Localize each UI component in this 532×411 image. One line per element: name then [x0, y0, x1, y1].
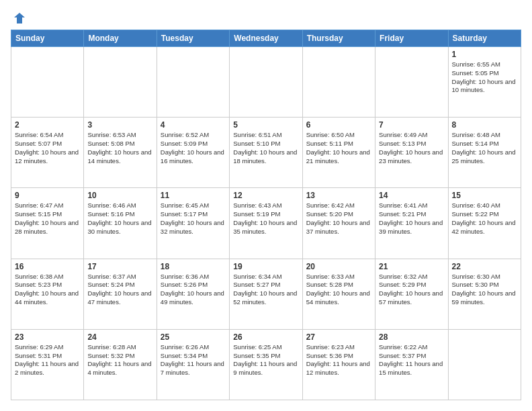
day-cell [230, 47, 302, 118]
col-header-monday: Monday [84, 30, 157, 47]
day-info: Sunrise: 6:47 AM Sunset: 5:15 PM Dayligh… [15, 201, 79, 234]
day-number: 21 [379, 262, 444, 271]
week-row-5: 23Sunrise: 6:29 AM Sunset: 5:31 PM Dayli… [11, 329, 521, 400]
day-cell: 2Sunrise: 6:54 AM Sunset: 5:07 PM Daylig… [11, 118, 84, 188]
page: SundayMondayTuesdayWednesdayThursdayFrid… [0, 0, 532, 411]
day-number: 22 [452, 262, 517, 271]
svg-marker-0 [14, 13, 25, 24]
day-info: Sunrise: 6:37 AM Sunset: 5:24 PM Dayligh… [87, 273, 151, 306]
day-cell: 13Sunrise: 6:42 AM Sunset: 5:20 PM Dayli… [302, 188, 375, 259]
col-header-wednesday: Wednesday [230, 30, 302, 47]
day-cell: 12Sunrise: 6:43 AM Sunset: 5:19 PM Dayli… [230, 188, 302, 259]
day-info: Sunrise: 6:34 AM Sunset: 5:27 PM Dayligh… [233, 273, 297, 306]
day-info: Sunrise: 6:33 AM Sunset: 5:28 PM Dayligh… [306, 273, 370, 306]
day-info: Sunrise: 6:25 AM Sunset: 5:35 PM Dayligh… [233, 343, 297, 376]
day-info: Sunrise: 6:48 AM Sunset: 5:14 PM Dayligh… [452, 131, 516, 164]
day-cell: 1Sunrise: 6:55 AM Sunset: 5:05 PM Daylig… [448, 47, 521, 118]
day-cell [448, 329, 521, 400]
day-info: Sunrise: 6:53 AM Sunset: 5:08 PM Dayligh… [87, 131, 151, 164]
day-info: Sunrise: 6:55 AM Sunset: 5:05 PM Dayligh… [452, 60, 516, 93]
day-cell: 4Sunrise: 6:52 AM Sunset: 5:09 PM Daylig… [157, 118, 229, 188]
day-cell: 11Sunrise: 6:45 AM Sunset: 5:17 PM Dayli… [157, 188, 229, 259]
day-number: 20 [306, 262, 371, 271]
day-number: 2 [15, 120, 80, 130]
day-cell: 6Sunrise: 6:50 AM Sunset: 5:11 PM Daylig… [302, 118, 375, 188]
day-info: Sunrise: 6:51 AM Sunset: 5:10 PM Dayligh… [233, 131, 297, 164]
week-row-2: 2Sunrise: 6:54 AM Sunset: 5:07 PM Daylig… [11, 118, 521, 188]
day-number: 6 [306, 120, 371, 130]
day-number: 24 [87, 332, 152, 342]
day-number: 18 [161, 262, 226, 271]
day-info: Sunrise: 6:26 AM Sunset: 5:34 PM Dayligh… [161, 343, 224, 376]
calendar-header-row: SundayMondayTuesdayWednesdayThursdayFrid… [11, 30, 521, 47]
day-cell: 26Sunrise: 6:25 AM Sunset: 5:35 PM Dayli… [230, 329, 302, 400]
day-cell: 28Sunrise: 6:22 AM Sunset: 5:37 PM Dayli… [375, 329, 448, 400]
day-info: Sunrise: 6:50 AM Sunset: 5:11 PM Dayligh… [306, 131, 370, 164]
col-header-thursday: Thursday [302, 30, 375, 47]
day-cell [157, 47, 229, 118]
logo-icon [12, 11, 27, 26]
day-cell: 18Sunrise: 6:36 AM Sunset: 5:26 PM Dayli… [157, 259, 229, 329]
day-cell: 16Sunrise: 6:38 AM Sunset: 5:23 PM Dayli… [11, 259, 84, 329]
day-cell: 19Sunrise: 6:34 AM Sunset: 5:27 PM Dayli… [230, 259, 302, 329]
day-info: Sunrise: 6:23 AM Sunset: 5:36 PM Dayligh… [306, 343, 370, 376]
day-number: 23 [15, 332, 80, 342]
day-number: 10 [87, 191, 152, 200]
day-info: Sunrise: 6:36 AM Sunset: 5:26 PM Dayligh… [161, 273, 224, 306]
day-cell: 5Sunrise: 6:51 AM Sunset: 5:10 PM Daylig… [230, 118, 302, 188]
day-cell [84, 47, 157, 118]
day-cell [302, 47, 375, 118]
day-cell [11, 47, 84, 118]
day-number: 7 [379, 120, 444, 130]
day-cell: 15Sunrise: 6:40 AM Sunset: 5:22 PM Dayli… [448, 188, 521, 259]
day-info: Sunrise: 6:45 AM Sunset: 5:17 PM Dayligh… [161, 201, 224, 234]
day-number: 3 [87, 120, 152, 130]
day-number: 14 [379, 191, 444, 200]
day-info: Sunrise: 6:30 AM Sunset: 5:30 PM Dayligh… [452, 273, 516, 306]
day-cell: 10Sunrise: 6:46 AM Sunset: 5:16 PM Dayli… [84, 188, 157, 259]
day-info: Sunrise: 6:22 AM Sunset: 5:37 PM Dayligh… [379, 343, 443, 376]
day-cell: 23Sunrise: 6:29 AM Sunset: 5:31 PM Dayli… [11, 329, 84, 400]
day-number: 16 [15, 262, 80, 271]
day-cell: 22Sunrise: 6:30 AM Sunset: 5:30 PM Dayli… [448, 259, 521, 329]
day-number: 8 [452, 120, 517, 130]
day-info: Sunrise: 6:43 AM Sunset: 5:19 PM Dayligh… [233, 201, 297, 234]
day-info: Sunrise: 6:54 AM Sunset: 5:07 PM Dayligh… [15, 131, 79, 164]
day-number: 11 [161, 191, 226, 200]
logo [11, 11, 27, 24]
col-header-saturday: Saturday [448, 30, 521, 47]
day-number: 27 [306, 332, 371, 342]
col-header-friday: Friday [375, 30, 448, 47]
day-cell: 3Sunrise: 6:53 AM Sunset: 5:08 PM Daylig… [84, 118, 157, 188]
day-cell: 14Sunrise: 6:41 AM Sunset: 5:21 PM Dayli… [375, 188, 448, 259]
day-number: 12 [233, 191, 298, 200]
day-info: Sunrise: 6:28 AM Sunset: 5:32 PM Dayligh… [87, 343, 151, 376]
day-number: 1 [452, 50, 517, 59]
day-cell: 27Sunrise: 6:23 AM Sunset: 5:36 PM Dayli… [302, 329, 375, 400]
day-number: 26 [233, 332, 298, 342]
header [11, 11, 521, 24]
day-info: Sunrise: 6:29 AM Sunset: 5:31 PM Dayligh… [15, 343, 79, 376]
day-number: 19 [233, 262, 298, 271]
week-row-4: 16Sunrise: 6:38 AM Sunset: 5:23 PM Dayli… [11, 259, 521, 329]
day-info: Sunrise: 6:40 AM Sunset: 5:22 PM Dayligh… [452, 201, 516, 234]
day-number: 15 [452, 191, 517, 200]
calendar-table: SundayMondayTuesdayWednesdayThursdayFrid… [11, 30, 521, 400]
day-info: Sunrise: 6:32 AM Sunset: 5:29 PM Dayligh… [379, 273, 443, 306]
day-cell: 8Sunrise: 6:48 AM Sunset: 5:14 PM Daylig… [448, 118, 521, 188]
day-info: Sunrise: 6:41 AM Sunset: 5:21 PM Dayligh… [379, 201, 443, 234]
col-header-tuesday: Tuesday [157, 30, 229, 47]
col-header-sunday: Sunday [11, 30, 84, 47]
day-info: Sunrise: 6:49 AM Sunset: 5:13 PM Dayligh… [379, 131, 443, 164]
day-cell: 7Sunrise: 6:49 AM Sunset: 5:13 PM Daylig… [375, 118, 448, 188]
day-number: 17 [87, 262, 152, 271]
day-info: Sunrise: 6:42 AM Sunset: 5:20 PM Dayligh… [306, 201, 370, 234]
day-cell: 24Sunrise: 6:28 AM Sunset: 5:32 PM Dayli… [84, 329, 157, 400]
day-info: Sunrise: 6:52 AM Sunset: 5:09 PM Dayligh… [161, 131, 224, 164]
day-number: 4 [161, 120, 226, 130]
day-cell: 21Sunrise: 6:32 AM Sunset: 5:29 PM Dayli… [375, 259, 448, 329]
day-info: Sunrise: 6:38 AM Sunset: 5:23 PM Dayligh… [15, 273, 79, 306]
day-cell: 17Sunrise: 6:37 AM Sunset: 5:24 PM Dayli… [84, 259, 157, 329]
day-number: 5 [233, 120, 298, 130]
day-cell [375, 47, 448, 118]
